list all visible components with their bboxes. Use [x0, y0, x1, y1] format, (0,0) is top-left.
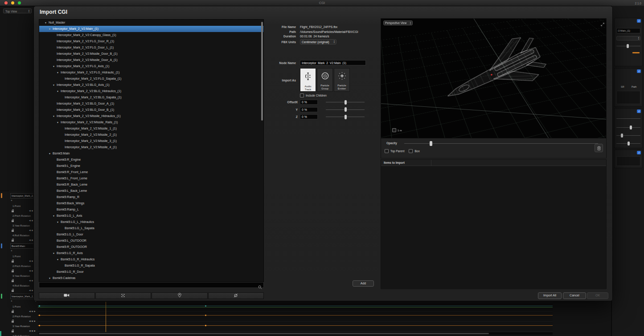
- box-checkbox[interactable]: [409, 149, 413, 153]
- import-as-audio-track[interactable]: Audio Track: [300, 68, 316, 92]
- keyframe-marker[interactable]: [205, 315, 206, 316]
- expand-arrow-icon[interactable]: ▼: [57, 119, 61, 125]
- tree-item[interactable]: Interceptor_Mark_2_V2:FLG_Door_L_(1): [39, 45, 263, 51]
- tree-item[interactable]: ▼Interceptor_Mark_2_V2:FLG_Axis_(1): [39, 63, 263, 69]
- lock-icon[interactable]: [12, 321, 14, 323]
- info-icon[interactable]: i: [637, 69, 641, 73]
- panel-slider[interactable]: [616, 117, 640, 121]
- tree-item[interactable]: ▼Bsmk5:LG_L_Hidraulics: [39, 219, 263, 225]
- lights-filter-button[interactable]: [152, 292, 208, 299]
- lock-icon[interactable]: [12, 311, 14, 313]
- info-icon[interactable]: i: [637, 109, 641, 113]
- scale-checkbox[interactable]: [392, 128, 396, 132]
- expand-arrow-icon[interactable]: ▼: [53, 250, 57, 256]
- offset-z-input[interactable]: [300, 114, 318, 119]
- tree-item[interactable]: Bsmk5:Ramp_L: [39, 206, 263, 213]
- tree-item[interactable]: ▼Interceptor_Mark_2_V2:BLG_Hidraulics_(1…: [39, 88, 263, 94]
- keyframe-marker[interactable]: [39, 325, 40, 326]
- scrollbar-thumb[interactable]: [39, 333, 489, 334]
- tree-item[interactable]: ▼Null_Master: [39, 20, 263, 26]
- keyframe-marker[interactable]: [39, 305, 40, 307]
- automation-curve[interactable]: [38, 307, 553, 308]
- tree-item[interactable]: ▼Interceptor_Mark_2_V2:FLG_Hidraulic_(1): [39, 69, 263, 76]
- tree-item[interactable]: Interceptor_Mark_2_V2:Missile_1_(1): [39, 125, 263, 132]
- expand-arrow-icon[interactable]: ▼: [49, 275, 53, 281]
- tree-item[interactable]: Bsmk5:L_OUTDOOR: [39, 238, 263, 244]
- tree-item[interactable]: Interceptor_Mark_2_V2:Missile_3_(1): [39, 138, 263, 144]
- tree-item[interactable]: Interceptor_Mark_2_V2:Missile_Door_A_(1): [39, 57, 263, 63]
- delete-button[interactable]: [595, 144, 603, 152]
- null-filter-button[interactable]: [208, 292, 264, 299]
- tree-item[interactable]: Bsmk5:Ramp_R: [39, 194, 263, 200]
- lock-icon[interactable]: [12, 331, 14, 332]
- tree-item[interactable]: ▼Interceptor_Mark_2_V2:Main_(1): [39, 26, 263, 32]
- tree-item[interactable]: ▼Interceptor_Mark_2_V2:Missile_Hidraulic…: [39, 113, 263, 119]
- panel-slider[interactable]: [616, 125, 640, 130]
- expand-arrow-icon[interactable]: ▼: [45, 20, 49, 26]
- import-as-particle-group[interactable]: Particle Group: [317, 68, 333, 92]
- expand-arrow-icon[interactable]: ▼: [57, 219, 61, 225]
- offset-z-slider[interactable]: [326, 114, 365, 119]
- offset-y-slider[interactable]: [326, 107, 365, 112]
- tree-item[interactable]: Bsmk5:L_Front_Leme: [39, 175, 263, 182]
- keyframe-nav-buttons[interactable]: ◀◆▶: [29, 320, 37, 322]
- tree-item[interactable]: Interceptor_Mark_2_V2:FLG_Door_R_(1): [39, 38, 263, 45]
- slider-thumb[interactable]: [630, 125, 632, 130]
- tree-item[interactable]: Interceptor_Mark_2_V2:BLG_Sapata_(1): [39, 94, 263, 101]
- units-dropdown[interactable]: ▴▾: [616, 36, 640, 40]
- opacity-slider[interactable]: [404, 141, 598, 146]
- add-button[interactable]: Add: [353, 280, 374, 287]
- slider-thumb[interactable]: [627, 44, 629, 48]
- add-parameter-button[interactable]: +: [11, 300, 12, 303]
- tree-item[interactable]: ▼Interceptor_Mark_2_V2:BLG_Axis_(1): [39, 82, 263, 88]
- tree-item[interactable]: Bsmk5:R_Back_Leme: [39, 182, 263, 188]
- search-input[interactable]: [40, 283, 258, 288]
- tree-item[interactable]: Interceptor_Mark_2_V2:BLG_Door_A_(1): [39, 101, 263, 107]
- keyframe-nav-buttons[interactable]: ◀◆▶: [29, 330, 37, 332]
- keyframe-nav-buttons[interactable]: ◀◆▶: [29, 310, 37, 312]
- add-parameter-button[interactable]: +: [11, 249, 12, 252]
- lock-icon[interactable]: [12, 230, 14, 232]
- keyframe-marker[interactable]: [39, 315, 40, 316]
- tree-scrollbar[interactable]: [261, 21, 263, 280]
- import-all-button[interactable]: Import All: [538, 292, 562, 299]
- automation-curve[interactable]: [38, 306, 553, 306]
- track-name-field[interactable]: Interceptor_Mark_2_: [10, 294, 37, 299]
- panel-slider[interactable]: [616, 44, 640, 48]
- keyframe-marker[interactable]: [205, 325, 206, 326]
- camera-filter-button[interactable]: [39, 292, 95, 299]
- keyframe-marker[interactable]: [205, 305, 206, 307]
- expand-icon[interactable]: [601, 20, 604, 28]
- playhead[interactable]: [106, 302, 106, 332]
- offset-y-input[interactable]: [300, 107, 318, 112]
- import-as-particle-emitter[interactable]: Particle Emitter: [334, 68, 350, 92]
- slider-thumb[interactable]: [345, 115, 347, 119]
- expand-arrow-icon[interactable]: ▼: [57, 256, 61, 263]
- expand-arrow-icon[interactable]: ▼: [53, 82, 57, 88]
- tree-item[interactable]: Interceptor_Mark_2_V2:Canopy_Glass_(1): [39, 32, 263, 38]
- view-selector-dropdown[interactable]: Top View ▴▾: [3, 8, 32, 13]
- panel-slider[interactable]: [616, 142, 640, 146]
- particles-filter-button[interactable]: [95, 292, 152, 299]
- offset-x-slider[interactable]: [326, 100, 365, 105]
- items-table-body[interactable]: [381, 166, 606, 289]
- tree-item[interactable]: Bsmk5:LG_L_Door: [39, 231, 263, 238]
- lock-icon[interactable]: [12, 220, 14, 222]
- viewport-view-dropdown[interactable]: Perspective View ▴▾: [383, 20, 413, 25]
- tree-item[interactable]: Interceptor_Mark_2_V2:BLG_Door_B_(1): [39, 107, 263, 113]
- slider-thumb[interactable]: [345, 100, 347, 105]
- node-field[interactable]: /2:Main_(1): [616, 28, 640, 33]
- tree-item[interactable]: Interceptor_Mark_2_V2:Missile_4_(1): [39, 144, 263, 150]
- tree-item[interactable]: ▼Interceptor_Mark_2_V2:Missile_Rails_(1): [39, 119, 263, 125]
- lock-icon[interactable]: [12, 211, 14, 212]
- track-color-swatch[interactable]: [632, 52, 640, 53]
- add-parameter-button[interactable]: +: [11, 199, 12, 202]
- opacity-slider-thumb[interactable]: [430, 141, 432, 146]
- slider-thumb[interactable]: [621, 134, 623, 138]
- tree-item[interactable]: ▼Bsmk5:LG_R_Hidraulics: [39, 256, 263, 263]
- expand-arrow-icon[interactable]: ▼: [53, 113, 57, 119]
- info-icon[interactable]: i: [637, 151, 641, 154]
- node-name-input[interactable]: [300, 60, 366, 65]
- tree-item[interactable]: Bsmk5:R_OUTDOOR: [39, 244, 263, 250]
- lock-icon[interactable]: [12, 261, 14, 263]
